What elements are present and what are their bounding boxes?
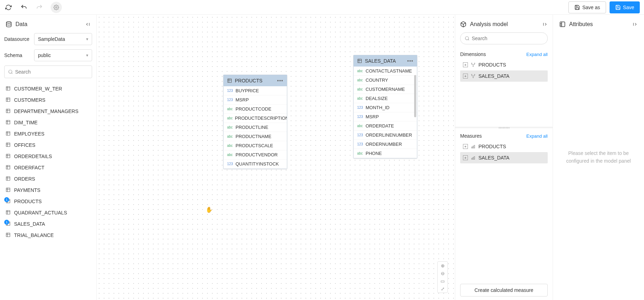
column-item[interactable]: abcPRODUCTCODE xyxy=(224,105,287,114)
save-as-button[interactable]: Save as xyxy=(568,1,606,13)
table-item[interactable]: DEPARTMENT_MANAGERS xyxy=(4,106,92,117)
column-item[interactable]: abcCONTACTLASTNAME xyxy=(354,67,417,76)
tree-type-icon xyxy=(471,144,476,149)
schema-select[interactable]: public ▾ xyxy=(34,49,92,61)
table-item[interactable]: EMPLOYEES xyxy=(4,128,92,139)
column-item[interactable]: 123ORDERLINENUMBER xyxy=(354,131,417,140)
scrollbar[interactable] xyxy=(414,68,417,158)
column-item[interactable]: abcCOUNTRY xyxy=(354,76,417,85)
column-item[interactable]: abcPRODUCTLINE xyxy=(224,123,287,132)
table-item-label: EMPLOYEES xyxy=(14,131,44,137)
svg-rect-69 xyxy=(560,22,565,27)
svg-rect-47 xyxy=(228,79,232,83)
table-icon xyxy=(6,108,11,114)
model-search-wrapper[interactable] xyxy=(460,32,548,44)
table-item[interactable]: TRIAL_BALANCE xyxy=(4,230,92,241)
svg-point-58 xyxy=(474,63,475,64)
expand-icon[interactable]: + xyxy=(463,155,468,160)
search-icon xyxy=(465,36,470,41)
expand-icon[interactable]: + xyxy=(463,144,468,149)
canvas-table-header[interactable]: SALES_DATA ••• xyxy=(354,55,417,67)
column-name: PRODUCTNAME xyxy=(236,134,271,139)
table-menu-icon[interactable]: ••• xyxy=(277,78,283,83)
column-type-icon: abc xyxy=(227,153,233,157)
column-item[interactable]: abcCUSTOMERNAME xyxy=(354,85,417,94)
tree-item[interactable]: +SALES_DATA xyxy=(460,152,548,163)
table-item-label: DEPARTMENT_MANAGERS xyxy=(14,108,78,114)
svg-point-1 xyxy=(6,22,11,24)
search-input-wrapper[interactable] xyxy=(4,65,92,78)
column-item[interactable]: abcPRODUCTNAME xyxy=(224,132,287,141)
undo-icon[interactable] xyxy=(20,3,28,12)
table-item[interactable]: DIM_TIME xyxy=(4,117,92,128)
datasource-select[interactable]: SampleData ▾ xyxy=(34,33,92,45)
table-menu-icon[interactable]: ••• xyxy=(407,58,413,64)
zoom-fit-icon[interactable]: ▭ xyxy=(438,277,447,285)
table-item[interactable]: OFFICES xyxy=(4,139,92,151)
table-icon xyxy=(6,187,11,193)
collapse-left-icon[interactable] xyxy=(85,21,91,27)
svg-rect-63 xyxy=(471,147,472,148)
tree-item[interactable]: +PRODUCTS xyxy=(460,141,548,152)
expand-icon[interactable]: + xyxy=(463,74,468,79)
expand-all-measures[interactable]: Expand all xyxy=(526,133,548,139)
svg-rect-38 xyxy=(6,211,10,214)
column-item[interactable]: 123ORDERNUMBER xyxy=(354,140,417,149)
column-name: MSRP xyxy=(236,97,249,102)
column-name: PRODUCTLINE xyxy=(236,125,268,130)
zoom-in-icon[interactable]: ⊕ xyxy=(438,262,447,269)
collapse-right-icon[interactable] xyxy=(542,21,548,27)
table-search-input[interactable] xyxy=(15,69,88,75)
table-item[interactable]: ORDERDETAILS xyxy=(4,151,92,162)
canvas-table-products[interactable]: PRODUCTS ••• 123BUYPRICE123MSRPabcPRODUC… xyxy=(223,75,287,169)
table-icon xyxy=(6,154,11,159)
measures-label: Measures xyxy=(460,133,482,139)
table-icon xyxy=(6,232,11,238)
canvas[interactable]: PRODUCTS ••• 123BUYPRICE123MSRPabcPRODUC… xyxy=(97,15,455,300)
table-item[interactable]: 1SALES_DATA xyxy=(4,218,92,230)
table-item[interactable]: ORDERS xyxy=(4,173,92,185)
zoom-out-icon[interactable]: ⊖ xyxy=(438,269,447,277)
table-item[interactable]: CUSTOMERS xyxy=(4,94,92,106)
gear-icon[interactable] xyxy=(51,2,62,13)
column-item[interactable]: 123MSRP xyxy=(354,112,417,121)
table-item[interactable]: 1PRODUCTS xyxy=(4,196,92,207)
table-item[interactable]: ORDERFACT xyxy=(4,162,92,173)
column-item[interactable]: abcPRODUCTVENDOR xyxy=(224,150,287,160)
create-calculated-measure-button[interactable]: Create calculated measure xyxy=(460,284,548,296)
column-item[interactable]: abcPHONE xyxy=(354,149,417,158)
canvas-table-sales[interactable]: SALES_DATA ••• abcCONTACTLASTNAMEabcCOUN… xyxy=(353,55,417,158)
canvas-table-header[interactable]: PRODUCTS ••• xyxy=(224,75,287,86)
column-item[interactable]: 123MSRP xyxy=(224,95,287,105)
expand-icon[interactable]: + xyxy=(463,62,468,67)
datasource-value: SampleData xyxy=(38,36,65,42)
attr-title: Attributes xyxy=(569,21,629,27)
model-search-input[interactable] xyxy=(472,36,543,41)
tree-item[interactable]: +PRODUCTS xyxy=(460,59,548,70)
column-name: MONTH_ID xyxy=(366,105,389,110)
table-item[interactable]: QUADRANT_ACTUALS xyxy=(4,207,92,218)
column-item[interactable]: 123BUYPRICE xyxy=(224,86,287,95)
data-panel: Data Datasource SampleData ▾ Schema publ… xyxy=(0,15,97,300)
column-item[interactable]: 123QUANTITYINSTOCK xyxy=(224,160,287,169)
svg-point-0 xyxy=(56,7,57,8)
column-item[interactable]: abcDEALSIZE xyxy=(354,94,417,103)
table-item[interactable]: CUSTOMER_W_TER xyxy=(4,83,92,94)
zoom-reset-icon[interactable]: ⤢ xyxy=(438,285,447,293)
panel-divider[interactable] xyxy=(455,127,553,128)
collapse-attr-icon[interactable] xyxy=(632,21,638,27)
column-item[interactable]: abcPRODUCTSCALE xyxy=(224,141,287,150)
column-name: ORDERNUMBER xyxy=(366,142,402,147)
column-type-icon: 123 xyxy=(227,98,233,102)
canvas-table-body: 123BUYPRICE123MSRPabcPRODUCTCODEabcPRODU… xyxy=(224,86,287,169)
save-button[interactable]: Save xyxy=(610,1,640,13)
table-item[interactable]: PAYMENTS xyxy=(4,185,92,196)
svg-point-59 xyxy=(473,66,474,67)
refresh-icon[interactable] xyxy=(4,3,13,12)
column-item[interactable]: abcORDERDATE xyxy=(354,121,417,131)
tree-item[interactable]: +SALES_DATA xyxy=(460,70,548,82)
expand-all-dimensions[interactable]: Expand all xyxy=(526,52,548,57)
column-item[interactable]: abcPRODUCTDESCRIPTION xyxy=(224,114,287,123)
tree-type-icon xyxy=(471,155,476,160)
column-item[interactable]: 123MONTH_ID xyxy=(354,103,417,112)
